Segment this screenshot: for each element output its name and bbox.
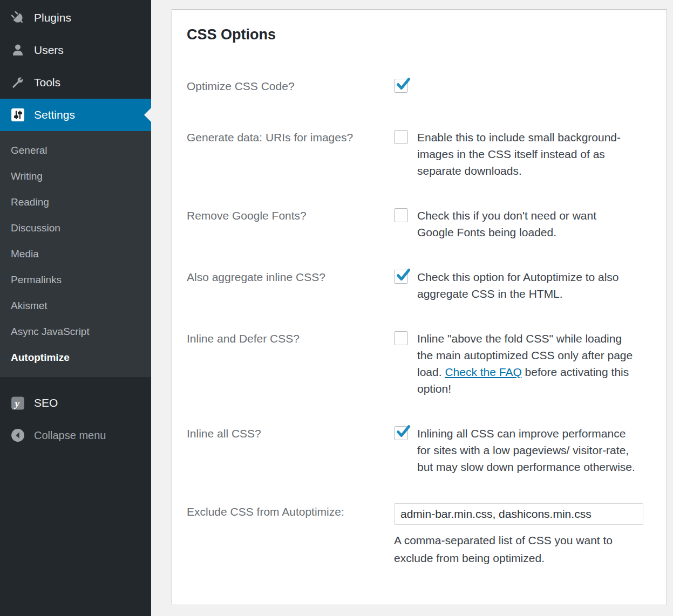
submenu-item-media[interactable]: Media — [0, 241, 151, 267]
sidebar-item-label: Plugins — [34, 11, 71, 24]
remove-google-fonts-checkbox[interactable] — [394, 208, 408, 222]
field-label: Inline all CSS? — [187, 425, 394, 442]
field-label: Optimize CSS Code? — [187, 78, 394, 94]
exclude-css-input[interactable] — [394, 503, 643, 525]
sidebar-item-plugins[interactable]: Plugins — [0, 2, 151, 34]
admin-content-area: CSS Options Optimize CSS Code? Generate … — [151, 0, 673, 616]
css-options-panel: CSS Options Optimize CSS Code? Generate … — [172, 9, 667, 605]
active-menu-arrow — [144, 108, 151, 122]
collapse-menu-label: Collapse menu — [34, 429, 106, 442]
form-row-data-uris: Generate data: URIs for images? Enable t… — [187, 129, 652, 179]
field-label: Also aggregate inline CSS? — [187, 269, 394, 285]
form-row-remove-google-fonts: Remove Google Fonts? Check this if you d… — [187, 207, 652, 241]
submenu-item-reading[interactable]: Reading — [0, 189, 151, 215]
submenu-item-autoptimize[interactable]: Autoptimize — [0, 345, 151, 371]
check-the-faq-link[interactable]: Check the FAQ — [445, 366, 521, 378]
field-description: Inlining all CSS can improve performance… — [417, 425, 636, 475]
svg-text:y: y — [14, 398, 20, 409]
collapse-arrow-icon — [11, 428, 25, 442]
form-row-inline-all-css: Inline all CSS? Inlining all CSS can imp… — [187, 425, 652, 475]
field-description: Check this option for Autoptimize to als… — [417, 269, 636, 302]
aggregate-inline-css-checkbox[interactable] — [394, 270, 408, 284]
field-description: Check this if you don't need or want Goo… — [417, 207, 636, 241]
field-label: Exclude CSS from Autoptimize: — [187, 503, 394, 520]
sidebar-item-label: SEO — [34, 396, 58, 409]
field-description: Inline "above the fold CSS" while loadin… — [417, 330, 636, 397]
field-label: Remove Google Fonts? — [187, 207, 394, 224]
sidebar-item-tools[interactable]: Tools — [0, 66, 151, 99]
inline-defer-css-checkbox[interactable] — [394, 331, 408, 345]
sidebar-item-label: Settings — [34, 108, 75, 121]
collapse-menu-button[interactable]: Collapse menu — [0, 419, 151, 451]
sidebar-item-label: Users — [34, 44, 64, 57]
form-row-optimize-css: Optimize CSS Code? — [187, 78, 652, 94]
sidebar-item-seo[interactable]: y SEO — [0, 387, 151, 419]
users-icon — [11, 43, 25, 57]
sidebar-item-settings[interactable]: Settings — [0, 99, 151, 131]
sidebar-item-users[interactable]: Users — [0, 34, 151, 66]
plugins-icon — [11, 11, 25, 25]
yoast-seo-icon: y — [11, 396, 25, 410]
field-label: Generate data: URIs for images? — [187, 129, 394, 146]
page-title: CSS Options — [187, 26, 652, 43]
submenu-item-writing[interactable]: Writing — [0, 163, 151, 189]
settings-icon — [11, 108, 25, 122]
form-row-inline-defer-css: Inline and Defer CSS? Inline "above the … — [187, 330, 652, 397]
tools-icon — [11, 76, 25, 90]
submenu-item-discussion[interactable]: Discussion — [0, 215, 151, 241]
field-label: Inline and Defer CSS? — [187, 330, 394, 347]
submenu-item-permalinks[interactable]: Permalinks — [0, 267, 151, 293]
field-description: Enable this to include small background-… — [417, 129, 636, 179]
field-description: A comma-separated list of CSS you want t… — [394, 531, 626, 567]
admin-sidebar: Plugins Users Tools — [0, 0, 151, 616]
form-row-exclude-css: Exclude CSS from Autoptimize: A comma-se… — [187, 503, 652, 567]
submenu-item-akismet[interactable]: Akismet — [0, 293, 151, 319]
form-row-aggregate-inline-css: Also aggregate inline CSS? Check this op… — [187, 269, 652, 302]
data-uris-checkbox[interactable] — [394, 130, 408, 144]
sidebar-item-label: Tools — [34, 76, 60, 89]
optimize-css-checkbox[interactable] — [394, 79, 408, 93]
submenu-item-async-javascript[interactable]: Async JavaScript — [0, 319, 151, 345]
submenu-item-general[interactable]: General — [0, 138, 151, 163]
settings-submenu: General Writing Reading Discussion Media… — [0, 131, 151, 377]
inline-all-css-checkbox[interactable] — [394, 426, 408, 440]
